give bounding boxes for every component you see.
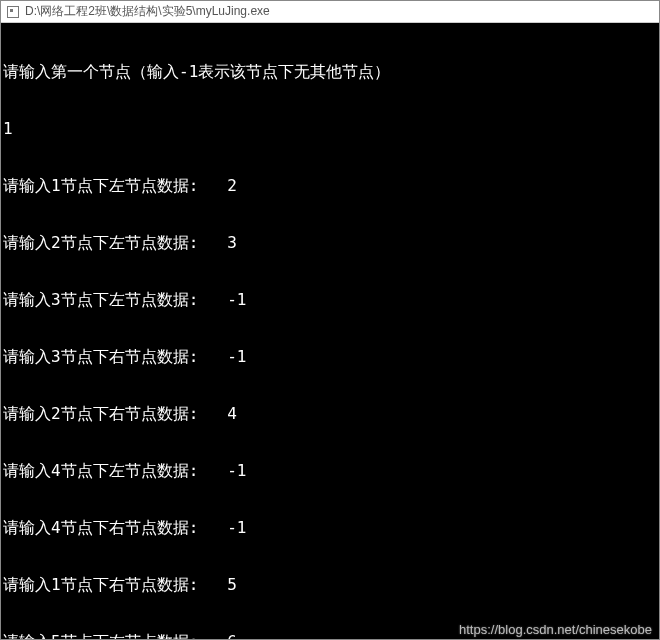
console-line: 请输入3节点下右节点数据: -1 <box>3 347 657 366</box>
titlebar[interactable]: D:\网络工程2班\数据结构\实验5\myLuJing.exe <box>1 1 659 23</box>
console-line: 请输入1节点下右节点数据: 5 <box>3 575 657 594</box>
console-line: 请输入1节点下左节点数据: 2 <box>3 176 657 195</box>
console-line: 请输入2节点下右节点数据: 4 <box>3 404 657 423</box>
console-output[interactable]: 请输入第一个节点（输入-1表示该节点下无其他节点） 1 请输入1节点下左节点数据… <box>1 23 659 639</box>
console-line: 请输入3节点下左节点数据: -1 <box>3 290 657 309</box>
console-line: 请输入2节点下左节点数据: 3 <box>3 233 657 252</box>
app-icon <box>7 6 19 18</box>
console-line: 请输入4节点下左节点数据: -1 <box>3 461 657 480</box>
window-title: D:\网络工程2班\数据结构\实验5\myLuJing.exe <box>25 3 270 20</box>
watermark: https://blog.csdn.net/chinesekobe <box>459 622 652 637</box>
console-line: 请输入4节点下右节点数据: -1 <box>3 518 657 537</box>
console-line: 请输入第一个节点（输入-1表示该节点下无其他节点） <box>3 62 657 81</box>
console-line: 1 <box>3 119 657 138</box>
console-window: D:\网络工程2班\数据结构\实验5\myLuJing.exe 请输入第一个节点… <box>0 0 660 640</box>
